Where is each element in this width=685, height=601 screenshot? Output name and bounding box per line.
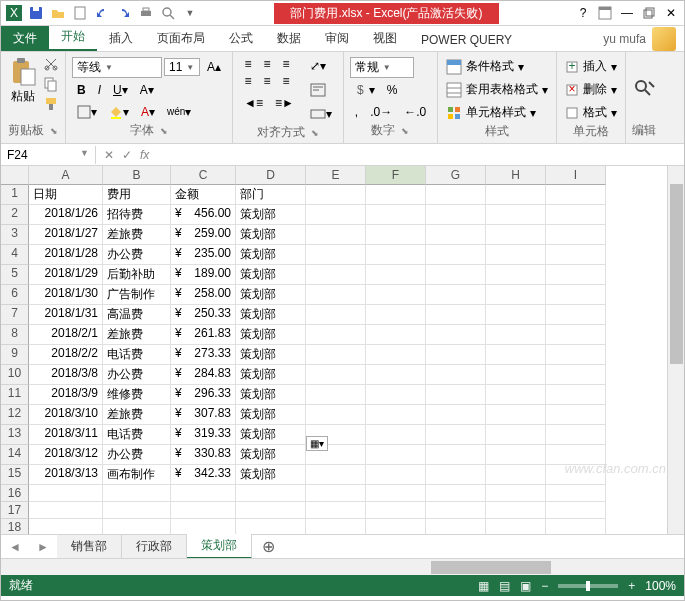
row-header[interactable]: 15 [1, 465, 29, 485]
cell[interactable]: 策划部 [236, 345, 306, 365]
cell[interactable]: 金额 [171, 185, 236, 205]
cell[interactable] [426, 345, 486, 365]
cell[interactable] [486, 445, 546, 465]
cell[interactable] [426, 285, 486, 305]
zoom-out-icon[interactable]: − [541, 579, 548, 593]
zoom-slider[interactable] [558, 584, 618, 588]
copy-icon[interactable] [43, 76, 59, 92]
percent-button[interactable]: % [382, 80, 403, 100]
increase-indent-icon[interactable]: ≡► [270, 93, 299, 113]
ribbon-options-icon[interactable] [596, 4, 614, 22]
cell[interactable]: 广告制作 [103, 285, 171, 305]
row-header[interactable]: 8 [1, 325, 29, 345]
cell[interactable] [306, 305, 366, 325]
quick-print-icon[interactable] [137, 4, 155, 22]
cell[interactable] [486, 225, 546, 245]
cell[interactable]: 后勤补助 [103, 265, 171, 285]
bold-button[interactable]: B [72, 80, 91, 100]
cell[interactable] [306, 285, 366, 305]
cell[interactable] [426, 185, 486, 205]
cell[interactable] [486, 425, 546, 445]
cell[interactable] [366, 285, 426, 305]
decrease-decimal-icon[interactable]: ←.0 [399, 102, 431, 122]
cell[interactable]: 2018/3/11 [29, 425, 103, 445]
cell[interactable]: 2018/3/10 [29, 405, 103, 425]
cell[interactable] [546, 325, 606, 345]
fill-color-button[interactable]: ▾ [104, 102, 134, 122]
cell[interactable] [546, 345, 606, 365]
cell[interactable]: ¥259.00 [171, 225, 236, 245]
cell[interactable]: 2018/3/13 [29, 465, 103, 485]
undo-icon[interactable] [93, 4, 111, 22]
row-header[interactable]: 2 [1, 205, 29, 225]
row-header[interactable]: 14 [1, 445, 29, 465]
minimize-icon[interactable]: — [618, 4, 636, 22]
cell[interactable] [486, 519, 546, 534]
cell[interactable] [426, 325, 486, 345]
cell[interactable] [546, 305, 606, 325]
cell[interactable] [486, 502, 546, 519]
delete-cells-button[interactable]: ×删除▾ [563, 79, 619, 100]
font-color-button[interactable]: A▾ [136, 102, 160, 122]
grow-font-icon[interactable]: A▴ [202, 57, 226, 77]
col-header[interactable]: G [426, 166, 486, 185]
col-header[interactable]: D [236, 166, 306, 185]
cell[interactable] [366, 245, 426, 265]
cell[interactable] [426, 225, 486, 245]
insert-cells-button[interactable]: +插入▾ [563, 56, 619, 77]
paste-button[interactable]: 粘贴 [7, 56, 39, 122]
cell[interactable] [366, 425, 426, 445]
formula-input[interactable] [157, 153, 684, 157]
cell[interactable] [426, 305, 486, 325]
cell[interactable] [236, 502, 306, 519]
cell[interactable] [546, 365, 606, 385]
align-right-icon[interactable]: ≡ [277, 73, 295, 89]
cell[interactable] [486, 285, 546, 305]
border-button[interactable]: ▾ [72, 102, 102, 122]
cell[interactable] [366, 465, 426, 485]
restore-icon[interactable] [640, 4, 658, 22]
cell[interactable]: 办公费 [103, 245, 171, 265]
enter-formula-icon[interactable]: ✓ [122, 148, 132, 162]
font-name-combo[interactable]: 等线▼ [72, 57, 162, 78]
user-avatar-icon[interactable] [652, 27, 676, 51]
number-launcher-icon[interactable]: ⬊ [401, 126, 409, 136]
align-launcher-icon[interactable]: ⬊ [311, 128, 319, 138]
cell[interactable] [546, 519, 606, 534]
cell[interactable] [306, 225, 366, 245]
open-icon[interactable] [49, 4, 67, 22]
cell[interactable] [486, 245, 546, 265]
cell[interactable]: 策划部 [236, 305, 306, 325]
cell[interactable]: 策划部 [236, 205, 306, 225]
cell[interactable] [366, 305, 426, 325]
cell[interactable] [486, 385, 546, 405]
cell[interactable]: 2018/2/2 [29, 345, 103, 365]
cell[interactable]: 策划部 [236, 405, 306, 425]
cancel-formula-icon[interactable]: ✕ [104, 148, 114, 162]
horizontal-scrollbar[interactable] [1, 558, 684, 575]
save-icon[interactable] [27, 4, 45, 22]
cell[interactable]: 策划部 [236, 385, 306, 405]
cell[interactable]: 2018/2/1 [29, 325, 103, 345]
cell[interactable]: 维修费 [103, 385, 171, 405]
align-top-icon[interactable]: ≡ [239, 56, 257, 72]
cell[interactable]: 2018/1/31 [29, 305, 103, 325]
cell[interactable]: 策划部 [236, 425, 306, 445]
tab-page-layout[interactable]: 页面布局 [145, 26, 217, 51]
vertical-scrollbar[interactable] [667, 166, 684, 534]
cell[interactable]: ¥235.00 [171, 245, 236, 265]
cell[interactable] [486, 265, 546, 285]
zoom-in-icon[interactable]: + [628, 579, 635, 593]
cell[interactable] [426, 385, 486, 405]
row-header[interactable]: 3 [1, 225, 29, 245]
normal-view-icon[interactable]: ▦ [478, 579, 489, 593]
cell[interactable] [306, 405, 366, 425]
cell[interactable]: 费用 [103, 185, 171, 205]
cell[interactable] [306, 265, 366, 285]
merge-button[interactable]: ▾ [305, 104, 337, 124]
tab-formulas[interactable]: 公式 [217, 26, 265, 51]
cell[interactable] [366, 325, 426, 345]
tab-view[interactable]: 视图 [361, 26, 409, 51]
cell[interactable]: ¥456.00 [171, 205, 236, 225]
sheet-tab-0[interactable]: 销售部 [57, 535, 122, 558]
